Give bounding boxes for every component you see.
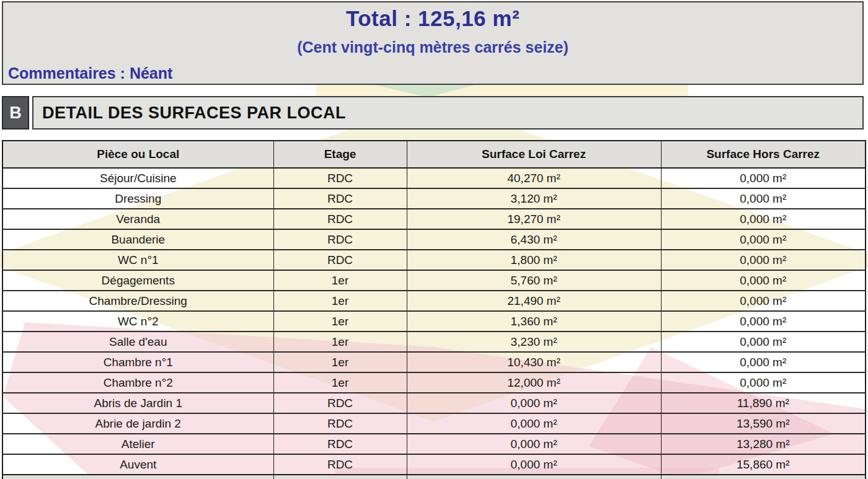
loi-carrez-cell: 5,760 m² [407,270,661,291]
floor-cell: RDC [273,434,407,454]
surfaces-table: Pièce ou Local Etage Surface Loi Carrez … [2,140,866,479]
hors-carrez-cell: 13,280 m² [661,434,866,454]
room-name-cell: Chambre/Dressing [2,291,273,311]
loi-carrez-cell: 3,230 m² [407,332,661,352]
floor-cell: 1er [273,352,407,372]
column-header-hors-carrez: Surface Hors Carrez [661,141,866,168]
room-name-cell: Chambre n°2 [2,372,273,393]
table-row: WC n°21er1,360 m²0,000 m² [2,311,866,332]
hors-carrez-cell: 0,000 m² [661,332,866,352]
room-name-cell: Dégagements [2,270,273,291]
room-name-cell: Veranda [2,209,273,229]
loi-carrez-cell: 10,430 m² [407,352,661,372]
table-total-row: Total 125,160 m² 54,620 m² [2,475,866,479]
floor-cell: 1er [273,311,407,332]
table-row: AuventRDC0,000 m²15,860 m² [2,454,866,475]
table-row: Salle d'eau1er3,230 m²0,000 m² [2,332,866,352]
table-header-row: Pièce ou Local Etage Surface Loi Carrez … [2,141,866,168]
floor-cell: RDC [273,454,407,475]
loi-carrez-cell: 6,430 m² [407,229,661,250]
floor-cell: 1er [273,270,407,291]
comments-line: Commentaires : Néant [8,64,172,82]
table-row: Abrie de jardin 2RDC0,000 m²13,590 m² [2,413,866,434]
hors-carrez-cell: 0,000 m² [661,250,866,270]
room-name-cell: Abrie de jardin 2 [2,413,273,434]
table-row: DressingRDC3,120 m²0,000 m² [2,188,866,209]
section-header: B DETAIL DES SURFACES PAR LOCAL [2,96,864,130]
table-body: Séjour/CuisineRDC40,270 m²0,000 m²Dressi… [2,168,866,475]
table-row: Abris de Jardin 1RDC0,000 m²11,890 m² [2,393,866,413]
floor-cell: 1er [273,291,407,311]
hors-carrez-cell: 0,000 m² [661,168,866,188]
table-row: VerandaRDC19,270 m²0,000 m² [2,209,866,229]
loi-carrez-cell: 0,000 m² [407,454,661,475]
floor-cell: RDC [273,168,407,188]
floor-cell: RDC [273,209,407,229]
room-name-cell: Séjour/Cuisine [2,168,273,188]
column-header-loi-carrez: Surface Loi Carrez [407,141,661,168]
floor-cell: RDC [273,188,407,209]
document-page: { "header": { "total_title": "Total : 12… [0,0,868,479]
loi-carrez-cell: 1,800 m² [407,250,661,270]
table-row: Chambre n°21er12,000 m²0,000 m² [2,372,866,393]
room-name-cell: Buanderie [2,229,273,250]
room-name-cell: Atelier [2,434,273,454]
room-name-cell: Salle d'eau [2,332,273,352]
hors-carrez-cell: 15,860 m² [661,454,866,475]
room-name-cell: Chambre n°1 [2,352,273,372]
loi-carrez-cell: 21,490 m² [407,291,661,311]
room-name-cell: Auvent [2,454,273,475]
loi-carrez-cell: 40,270 m² [407,168,661,188]
loi-carrez-cell: 0,000 m² [407,393,661,413]
hors-carrez-cell: 11,890 m² [661,393,866,413]
room-name-cell: WC n°1 [2,250,273,270]
loi-carrez-cell: 0,000 m² [407,434,661,454]
section-letter-badge: B [2,96,29,130]
floor-cell: 1er [273,332,407,352]
table-row: Chambre n°11er10,430 m²0,000 m² [2,352,866,372]
loi-carrez-cell: 19,270 m² [407,209,661,229]
total-summary-panel: Total : 125,16 m² (Cent vingt-cinq mètre… [2,1,864,85]
hors-carrez-cell: 0,000 m² [661,291,866,311]
floor-cell: 1er [273,372,407,393]
table-row: AtelierRDC0,000 m²13,280 m² [2,434,866,454]
loi-carrez-cell: 0,000 m² [407,413,661,434]
loi-carrez-cell: 3,120 m² [407,188,661,209]
hors-carrez-cell: 0,000 m² [661,209,866,229]
hors-carrez-cell: 0,000 m² [661,311,866,332]
total-hors-carrez-cell: 54,620 m² [661,475,866,479]
table-row: Séjour/CuisineRDC40,270 m²0,000 m² [2,168,866,188]
room-name-cell: Abris de Jardin 1 [2,393,273,413]
total-surface-in-words: (Cent vingt-cinq mètres carrés seize) [3,38,862,56]
floor-cell: RDC [273,413,407,434]
column-header-piece: Pièce ou Local [2,141,273,168]
table-row: WC n°1RDC1,800 m²0,000 m² [2,250,866,270]
total-label-cell: Total [2,475,273,479]
loi-carrez-cell: 12,000 m² [407,372,661,393]
section-title: DETAIL DES SURFACES PAR LOCAL [32,96,864,130]
total-loi-carrez-cell: 125,160 m² [407,475,661,479]
hors-carrez-cell: 0,000 m² [661,188,866,209]
hors-carrez-cell: 0,000 m² [661,352,866,372]
loi-carrez-cell: 1,360 m² [407,311,661,332]
hors-carrez-cell: 0,000 m² [661,270,866,291]
hors-carrez-cell: 0,000 m² [661,229,866,250]
floor-cell: RDC [273,393,407,413]
hors-carrez-cell: 13,590 m² [661,413,866,434]
table-row: BuanderieRDC6,430 m²0,000 m² [2,229,866,250]
room-name-cell: WC n°2 [2,311,273,332]
floor-cell: RDC [273,229,407,250]
hors-carrez-cell: 0,000 m² [661,372,866,393]
floor-cell: RDC [273,250,407,270]
column-header-etage: Etage [273,141,407,168]
room-name-cell: Dressing [2,188,273,209]
table-row: Dégagements1er5,760 m²0,000 m² [2,270,866,291]
total-etage-cell [273,475,407,479]
total-surface-title: Total : 125,16 m² [3,6,862,31]
table-row: Chambre/Dressing1er21,490 m²0,000 m² [2,291,866,311]
